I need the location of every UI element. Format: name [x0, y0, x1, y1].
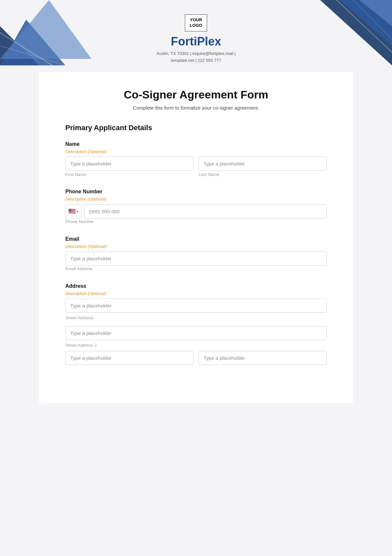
first-name-input[interactable] [65, 157, 193, 171]
left-decoration [0, 0, 91, 65]
last-name-wrapper: Last Name [199, 157, 327, 177]
address-description: Description (Optional) [65, 291, 327, 296]
country-code-select[interactable]: 🇺🇸 ▾ [65, 204, 81, 218]
form-subtitle: Complete this form to formalize your co-… [65, 105, 327, 111]
phone-row: 🇺🇸 ▾ [65, 204, 327, 218]
company-name: FortiPlex [171, 35, 221, 48]
phone-sublabel: Phone Number [65, 219, 94, 224]
name-description: Description (Optional) [65, 149, 327, 154]
phone-label: Phone Number [65, 189, 327, 195]
chevron-down-icon: ▾ [77, 210, 78, 213]
name-label: Name [65, 141, 327, 147]
email-input[interactable] [65, 252, 327, 266]
city-wrapper [65, 351, 193, 365]
phone-field-group: Phone Number Description (Optional) 🇺🇸 ▾… [65, 189, 327, 224]
phone-input[interactable] [84, 204, 327, 218]
last-name-input[interactable] [199, 157, 327, 171]
name-input-row: First Name Last Name [65, 157, 327, 177]
main-content: Co-Signer Agreement Form Complete this f… [39, 72, 353, 403]
last-name-sublabel: Last Name [199, 172, 327, 177]
form-title: Co-Signer Agreement Form [65, 88, 327, 101]
email-label: Email [65, 236, 327, 242]
street2-sublabel: Street Address 2 [65, 343, 327, 348]
street1-sublabel: Street Address [65, 315, 327, 320]
state-wrapper [199, 351, 327, 365]
city-state-row [65, 351, 327, 365]
street2-input[interactable] [65, 326, 327, 340]
state-input[interactable] [199, 351, 327, 365]
logo: YOUR LOGO [185, 14, 207, 31]
city-input[interactable] [65, 351, 193, 365]
right-decoration [287, 0, 392, 65]
flag-icon: 🇺🇸 [68, 208, 75, 215]
first-name-sublabel: First Name [65, 172, 193, 177]
address-label: Address [65, 283, 327, 289]
page-header: YOUR LOGO FortiPlex Austin, TX 73301 | i… [0, 0, 392, 72]
email-description: Description (Optional) [65, 244, 327, 249]
email-field-group: Email Description (Optional) Email Addre… [65, 236, 327, 271]
phone-description: Description (Optional) [65, 197, 327, 201]
email-sublabel: Email Address [65, 266, 92, 271]
street1-input[interactable] [65, 299, 327, 313]
section-title: Primary Applicant Details [65, 124, 327, 132]
contact-info: Austin, TX 73301 | inquire@fortiplex.mai… [156, 50, 236, 64]
first-name-wrapper: First Name [65, 157, 193, 177]
name-field-group: Name Description (Optional) First Name L… [65, 141, 327, 177]
address-field-group: Address Description (Optional) Street Ad… [65, 283, 327, 365]
